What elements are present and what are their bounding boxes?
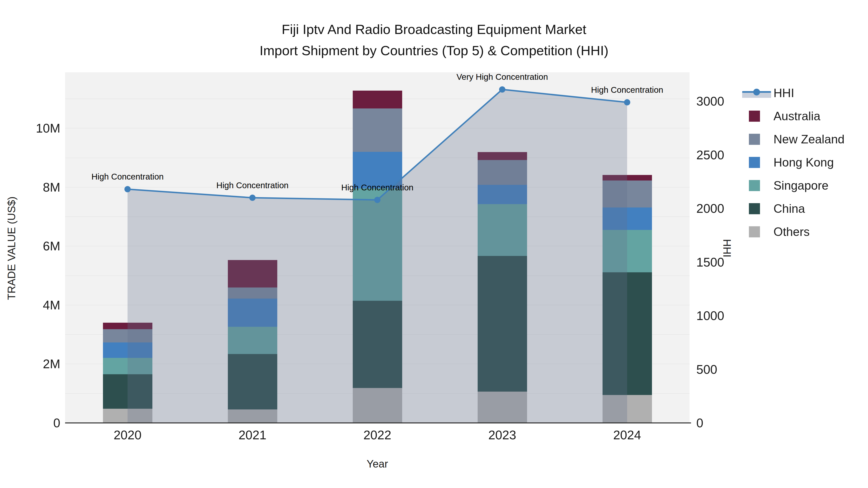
legend-item-hong-kong[interactable]: Hong Kong xyxy=(742,151,845,174)
bar-segment-singapore-2022 xyxy=(353,189,402,301)
y-tick-left-8M: 8M xyxy=(43,180,60,194)
legend-swatch-hong-kong xyxy=(749,157,760,168)
bar-segment-singapore-2020 xyxy=(103,358,152,374)
annotation-2022: High Concentration xyxy=(341,183,413,192)
annotation-2024: High Concentration xyxy=(591,85,663,95)
legend-item-singapore[interactable]: Singapore xyxy=(742,174,845,197)
legend-label: New Zealand xyxy=(774,132,845,146)
bar-segment-singapore-2024 xyxy=(602,230,652,272)
y-tick-right-0: 0 xyxy=(696,416,703,430)
legend-item-hhi[interactable]: HHI xyxy=(742,82,845,105)
y-tick-left-4M: 4M xyxy=(43,298,60,312)
legend-label: Singapore xyxy=(774,178,829,193)
bar-segment-australia-2024 xyxy=(602,175,652,181)
x-tick-2022: 2022 xyxy=(363,428,391,442)
legend-swatch-new-zealand xyxy=(749,134,760,145)
bar-segment-china-2023 xyxy=(478,256,527,392)
legend-swatch-china xyxy=(749,203,760,214)
hhi-marker-2021 xyxy=(249,195,255,201)
bar-segment-hong-kong-2023 xyxy=(478,185,527,204)
bar-segment-china-2021 xyxy=(228,354,277,410)
chart-title-line2: Import Shipment by Countries (Top 5) & C… xyxy=(0,40,868,61)
legend-hhi-marker xyxy=(753,89,760,95)
bar-segment-new-zealand-2021 xyxy=(228,288,277,299)
hhi-marker-2024 xyxy=(624,99,630,105)
y-tick-right-1500: 1500 xyxy=(696,255,724,269)
bar-segment-new-zealand-2020 xyxy=(103,329,152,343)
y-tick-right-1000: 1000 xyxy=(696,308,724,323)
bar-segment-australia-2020 xyxy=(103,323,152,329)
bar-segment-hong-kong-2020 xyxy=(103,343,152,358)
y-tick-right-3000: 3000 xyxy=(696,94,724,108)
legend-item-new-zealand[interactable]: New Zealand xyxy=(742,128,845,151)
y-axis-right-title: HHI xyxy=(721,186,733,311)
x-tick-2023: 2023 xyxy=(488,428,516,442)
y-axis-left-title: TRADE VALUE (US$) xyxy=(5,186,18,311)
legend-hhi-line-sample xyxy=(742,88,771,98)
chart-title: Fiji Iptv And Radio Broadcasting Equipme… xyxy=(0,19,868,61)
bar-segment-china-2022 xyxy=(353,301,402,388)
bar-segment-others-2022 xyxy=(353,388,402,423)
bar-segment-hong-kong-2021 xyxy=(228,299,277,327)
x-tick-2021: 2021 xyxy=(239,428,267,442)
hhi-marker-2023 xyxy=(499,86,505,93)
y-tick-right-500: 500 xyxy=(696,362,717,377)
bar-segment-singapore-2023 xyxy=(478,204,527,256)
bar-segment-others-2021 xyxy=(228,410,277,423)
annotation-2021: High Concentration xyxy=(216,181,289,190)
x-tick-2020: 2020 xyxy=(114,428,142,442)
annotation-2020: High Concentration xyxy=(91,172,164,182)
legend: HHIAustraliaNew ZealandHong KongSingapor… xyxy=(742,82,845,243)
plot-area: High ConcentrationHigh ConcentrationHigh… xyxy=(65,72,689,423)
bar-segment-china-2024 xyxy=(602,272,652,395)
bar-segment-singapore-2021 xyxy=(228,327,277,354)
bar-segment-others-2024 xyxy=(602,395,652,423)
legend-label: Australia xyxy=(774,109,820,123)
bar-segment-hong-kong-2024 xyxy=(602,207,652,230)
legend-label: Hong Kong xyxy=(774,156,834,169)
x-tick-2024: 2024 xyxy=(613,428,641,442)
legend-swatch-australia xyxy=(749,110,760,122)
y-tick-left-6M: 6M xyxy=(43,239,60,253)
figure: Fiji Iptv And Radio Broadcasting Equipme… xyxy=(0,0,868,488)
legend-swatch-singapore xyxy=(749,180,760,191)
legend-label: HHI xyxy=(774,86,794,100)
bar-segment-new-zealand-2024 xyxy=(602,181,652,207)
y-tick-left-2M: 2M xyxy=(43,357,60,371)
bar-segment-australia-2022 xyxy=(353,91,402,109)
chart-title-line1: Fiji Iptv And Radio Broadcasting Equipme… xyxy=(0,19,868,40)
bar-segment-new-zealand-2022 xyxy=(353,108,402,152)
bar-segment-china-2020 xyxy=(103,374,152,409)
legend-item-others[interactable]: Others xyxy=(742,220,845,243)
bar-segment-australia-2023 xyxy=(478,152,527,160)
legend-label: China xyxy=(774,202,805,216)
x-axis-line xyxy=(65,422,691,423)
legend-item-china[interactable]: China xyxy=(742,197,845,220)
annotation-2023: Very High Concentration xyxy=(457,72,548,82)
bar-segment-others-2020 xyxy=(103,409,152,423)
legend-swatch-others xyxy=(749,226,760,237)
y-tick-left-0: 0 xyxy=(53,416,60,430)
y-tick-right-2500: 2500 xyxy=(696,148,724,162)
y-tick-left-10M: 10M xyxy=(36,121,60,135)
bar-segment-australia-2021 xyxy=(228,260,277,288)
bar-segment-new-zealand-2023 xyxy=(478,160,527,185)
y-tick-right-2000: 2000 xyxy=(696,201,724,216)
legend-label: Others xyxy=(774,225,810,239)
x-axis-title: Year xyxy=(65,458,689,470)
bar-segment-others-2023 xyxy=(478,392,527,423)
legend-item-australia[interactable]: Australia xyxy=(742,105,845,128)
